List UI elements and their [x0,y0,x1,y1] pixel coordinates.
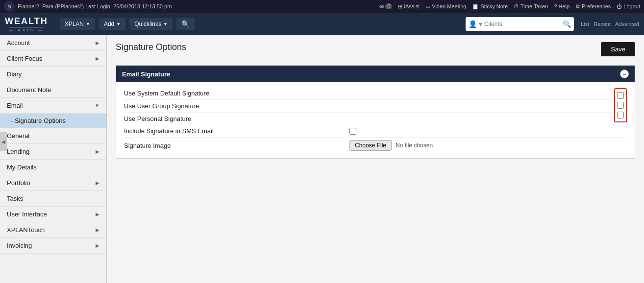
section-header-label: Email Signature [122,71,170,78]
form-row-sms-email: Include Signature in SMS Email [124,125,627,138]
user-interface-arrow-icon: ▶ [96,212,99,217]
form-row-personal: Use Personal Signature [124,113,614,125]
signature-image-label: Signature Image [124,142,349,149]
sidebar: Account ▶ Client Focus ▶ Diary Document … [0,35,107,283]
search-bar: 👤 ▾ 🔍 List Recent Advanced [466,17,639,31]
sidebar-item-my-details[interactable]: My Details [0,160,106,175]
page-title: Signature Options [116,42,186,52]
topbar: ⊙ Planner2, Para (PPlanner2) Last Login:… [0,0,644,13]
sidebar-item-tasks[interactable]: Tasks [0,191,106,207]
save-button[interactable]: Save [601,42,635,56]
lending-arrow-icon: ▶ [96,149,99,154]
no-file-text: No file chosen [396,142,433,149]
system-default-label: Use System Default Signature [124,90,349,97]
topbar-logo-icon: ⊙ [4,1,15,12]
checkbox-personal[interactable] [617,112,624,118]
sms-email-label: Include Signature in SMS Email [124,127,349,135]
section-body: Use System Default Signature Use User Gr… [116,82,635,158]
checkbox-system-default-row [617,91,624,100]
highlighted-checkboxes [614,88,627,122]
video-meeting-btn[interactable]: ▭ Video Meeting [425,3,466,10]
signature-image-control: Choose File No file chosen [349,140,433,151]
topbar-left: ⊙ Planner2, Para (PPlanner2) Last Login:… [4,1,172,12]
portfolio-arrow-icon: ▶ [96,180,99,186]
search-bar-inner: 👤 ▾ 🔍 [466,17,574,31]
sidebar-sub-item-signature-options[interactable]: - Signature Options [0,114,106,128]
time-taken-btn[interactable]: ⏱ Time Taken [514,3,548,9]
form-row-signature-image: Signature Image Choose File No file chos… [124,138,627,153]
client-icon: 👤 ▾ [469,20,482,28]
section-collapse-button[interactable]: − [620,70,629,78]
sidebar-item-client-focus[interactable]: Client Focus ▶ [0,51,106,67]
sidebar-item-lending[interactable]: Lending ▶ [0,144,106,160]
checkbox-user-group-row [617,101,624,110]
sticky-note-btn[interactable]: 📋 Sticky Note [472,3,508,10]
sidebar-item-document-note[interactable]: Document Note [0,82,106,98]
recent-link[interactable]: Recent [594,21,611,27]
xplan-arrow-icon: ▼ [86,22,90,26]
topbar-right: ✉ 0 ⊞ iAssist ▭ Video Meeting 📋 Sticky N… [379,3,640,10]
sms-email-control [349,128,356,135]
sidebar-item-diary[interactable]: Diary [0,67,106,82]
checkbox-personal-row [617,111,624,119]
quicklinks-button[interactable]: Quicklinks ▼ [129,18,173,30]
xplan-button[interactable]: XPLAN ▼ [60,18,95,30]
personal-label: Use Personal Signature [124,115,349,122]
navbar: WEALTH — AXIS — XPLAN ▼ Add ▼ Quicklinks… [0,13,644,35]
topbar-user-info: Planner2, Para (PPlanner2) Last Login: 2… [18,3,172,9]
sidebar-item-email[interactable]: Email ▼ [0,98,106,114]
add-button[interactable]: Add ▼ [99,18,125,30]
choose-file-button[interactable]: Choose File [349,140,392,151]
logout-btn[interactable]: ⏻ Logout [617,3,640,9]
side-tab[interactable]: ◀ [0,132,7,151]
add-arrow-icon: ▼ [116,22,121,26]
help-btn[interactable]: ? Help [554,3,570,9]
client-focus-arrow-icon: ▶ [96,56,99,61]
list-link[interactable]: List [581,21,589,27]
quicklinks-arrow-icon: ▼ [163,22,168,26]
layout: Account ▶ Client Focus ▶ Diary Document … [0,35,644,283]
sidebar-item-account[interactable]: Account ▶ [0,35,106,51]
search-go-button[interactable]: 🔍 [563,20,571,28]
user-group-label: Use User Group Signature [124,102,349,110]
checkbox-system-default[interactable] [617,92,624,99]
xplantouch-arrow-icon: ▶ [96,227,99,233]
checkbox-sms-email[interactable] [349,128,356,135]
mail-icon[interactable]: ✉ 0 [379,3,392,10]
search-links: List Recent Advanced [578,21,639,27]
iassist-btn[interactable]: ⊞ iAssist [398,3,420,10]
checkbox-user-group[interactable] [617,102,624,109]
sidebar-item-general[interactable]: General [0,128,106,144]
logo-sub: — AXIS — [9,27,44,32]
account-arrow-icon: ▶ [96,40,99,46]
logo-text: WEALTH [5,16,48,26]
form-row-system-default: Use System Default Signature [124,87,614,100]
invoicing-arrow-icon: ▶ [96,243,99,248]
search-input[interactable] [484,21,563,27]
main-content: Signature Options Save Email Signature −… [107,35,644,283]
preferences-btn[interactable]: ⚙ Preferences [575,3,611,10]
sidebar-item-portfolio[interactable]: Portfolio ▶ [0,175,106,191]
logo: WEALTH — AXIS — [5,16,48,32]
section-header: Email Signature − [116,66,635,82]
side-tab-icon: ◀ [1,139,5,144]
email-signature-section: Email Signature − Use System Default Sig… [116,65,635,159]
email-arrow-icon: ▼ [95,103,99,108]
advanced-link[interactable]: Advanced [615,21,639,27]
search-toggle-button[interactable]: 🔍 [176,18,195,30]
form-row-user-group: Use User Group Signature [124,100,614,113]
sidebar-item-xplantouch[interactable]: XPLANTouch ▶ [0,222,106,238]
sidebar-item-user-interface[interactable]: User Interface ▶ [0,207,106,222]
sidebar-item-invoicing[interactable]: Invoicing ▶ [0,238,106,254]
